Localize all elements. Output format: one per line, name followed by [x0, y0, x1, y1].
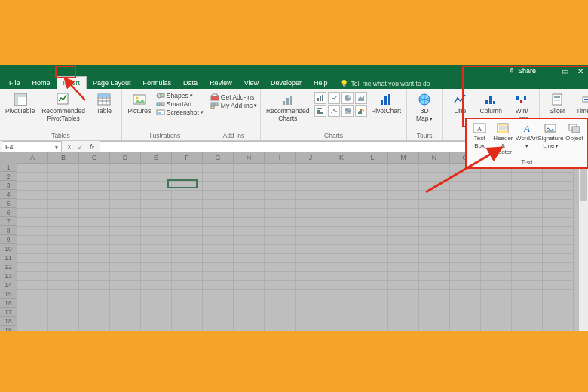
column-header[interactable]: F [172, 152, 203, 163]
chart-map-icon[interactable] [341, 105, 354, 117]
pivotchart-button[interactable]: PivotChart [369, 90, 404, 116]
chart-combo-icon[interactable] [355, 105, 367, 117]
column-header[interactable]: M [388, 152, 419, 163]
column-header[interactable]: N [419, 152, 450, 163]
row-header[interactable]: 15 [0, 289, 17, 299]
row-header[interactable]: 17 [0, 308, 17, 317]
row-header[interactable]: 3 [0, 181, 17, 190]
my-addins-button[interactable]: My Add-ins▾ [210, 102, 257, 109]
tab-page-layout[interactable]: Page Layout [87, 77, 137, 89]
cell[interactable] [110, 326, 141, 331]
column-header[interactable]: B [48, 152, 79, 163]
header-footer-button[interactable]: Header & Footer [492, 122, 514, 155]
row-header[interactable]: 7 [0, 217, 17, 226]
shapes-button[interactable]: Shapes▾ [156, 92, 204, 100]
cell[interactable] [512, 326, 543, 331]
vertical-scrollbar[interactable] [579, 152, 588, 331]
cell[interactable] [481, 326, 512, 331]
column-header[interactable]: K [326, 152, 357, 163]
recommended-charts-button[interactable]: Recommended Charts [264, 90, 312, 124]
cell[interactable] [326, 326, 357, 331]
column-header[interactable]: D [110, 152, 141, 163]
cell[interactable] [450, 326, 481, 331]
cell[interactable] [48, 326, 79, 331]
wordart-button[interactable]: A WordArt ▾ [516, 122, 538, 155]
tab-home[interactable]: Home [26, 77, 57, 89]
cell[interactable] [17, 326, 48, 331]
row-header[interactable]: 10 [0, 244, 17, 253]
column-header[interactable]: E [141, 152, 172, 163]
cell[interactable] [265, 326, 296, 331]
tab-review[interactable]: Review [204, 77, 238, 89]
select-all-cell[interactable] [0, 152, 17, 164]
row-header[interactable]: 6 [0, 208, 17, 217]
textbox-button[interactable]: A Text Box [468, 122, 491, 155]
close-button[interactable]: ✕ [577, 67, 583, 75]
pivottable-button[interactable]: PivotTable [3, 90, 37, 116]
chart-line-icon[interactable] [328, 92, 340, 104]
name-box[interactable]: F4▾ [2, 141, 62, 153]
tab-file[interactable]: File [3, 77, 26, 89]
cell[interactable] [296, 326, 326, 331]
tab-view[interactable]: View [238, 77, 265, 89]
cell[interactable] [234, 326, 265, 331]
signature-line-button[interactable]: Signature Line ▾ [539, 122, 562, 155]
row-header[interactable]: 5 [0, 199, 17, 208]
row-header[interactable]: 14 [0, 280, 17, 289]
get-addins-button[interactable]: Get Add-ins [210, 93, 257, 101]
tab-formulas[interactable]: Formulas [137, 77, 178, 89]
pictures-button[interactable]: Pictures [125, 90, 154, 116]
tell-me-search[interactable]: 💡 Tell me what you want to do [340, 80, 430, 87]
chart-area-icon[interactable] [355, 92, 367, 104]
row-header[interactable]: 8 [0, 226, 17, 235]
timeline-button[interactable]: Timeline [574, 90, 588, 116]
accept-formula-icon[interactable]: ✓ [76, 142, 85, 152]
tab-data[interactable]: Data [177, 77, 204, 89]
sparkline-line-button[interactable]: Line [446, 90, 474, 116]
share-button[interactable]: Share [508, 67, 536, 75]
row-header[interactable]: 2 [0, 172, 17, 181]
recommended-pivottables-button[interactable]: Recommended PivotTables [39, 90, 87, 124]
table-button[interactable]: Table [90, 90, 118, 116]
tab-developer[interactable]: Developer [265, 77, 308, 89]
fx-icon[interactable]: fx [87, 142, 96, 152]
row-header[interactable]: 9 [0, 235, 17, 244]
column-header[interactable]: J [296, 152, 326, 163]
column-header[interactable]: C [79, 152, 110, 163]
column-header[interactable]: I [265, 152, 296, 163]
row-header[interactable]: 1 [0, 163, 17, 172]
column-header[interactable]: H [234, 152, 265, 163]
row-header[interactable]: 4 [0, 190, 17, 199]
cell[interactable] [172, 326, 203, 331]
column-header[interactable]: A [17, 152, 48, 163]
chart-pie-icon[interactable] [341, 92, 354, 104]
3d-map-button[interactable]: 3D Map ▾ [410, 90, 439, 124]
row-header[interactable]: 11 [0, 253, 17, 262]
cell[interactable] [79, 326, 110, 331]
row-header[interactable]: 19 [0, 326, 17, 331]
cancel-formula-icon[interactable]: × [65, 142, 74, 152]
sparkline-column-button[interactable]: Column [476, 90, 505, 116]
column-header[interactable]: L [357, 152, 388, 163]
object-button[interactable]: Object [563, 122, 586, 155]
slicer-button[interactable]: Slicer [543, 90, 571, 116]
row-header[interactable]: 13 [0, 271, 17, 280]
cell[interactable] [419, 326, 450, 331]
column-header[interactable]: G [203, 152, 234, 163]
smartart-button[interactable]: SmartArt [156, 100, 204, 108]
maximize-button[interactable]: ▭ [562, 67, 568, 75]
screenshot-button[interactable]: Screenshot▾ [156, 109, 204, 116]
chart-column-icon[interactable] [314, 92, 326, 104]
cell[interactable] [141, 326, 172, 331]
row-header[interactable]: 12 [0, 262, 17, 271]
cell[interactable] [388, 326, 419, 331]
cell[interactable] [203, 326, 234, 331]
tab-help[interactable]: Help [308, 77, 334, 89]
chart-bar-icon[interactable] [314, 105, 326, 117]
row-header[interactable]: 16 [0, 299, 17, 308]
minimize-button[interactable]: — [545, 67, 553, 75]
cell[interactable] [543, 326, 574, 331]
tab-insert[interactable]: Insert [57, 76, 87, 89]
cell[interactable] [357, 326, 388, 331]
row-header[interactable]: 18 [0, 317, 17, 326]
